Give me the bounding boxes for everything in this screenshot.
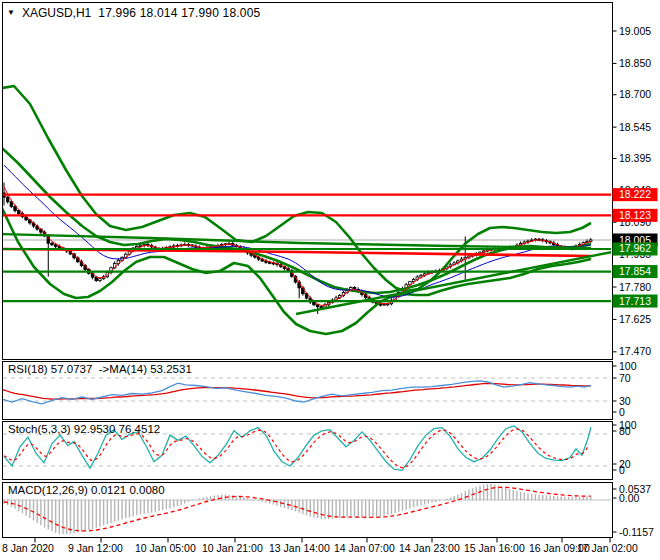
time-label: 10 Jan 05:00	[135, 542, 196, 554]
stoch-scale-label: 80	[619, 425, 631, 437]
price-badge-support: 17.962	[613, 242, 658, 255]
price-label: 18.545	[619, 121, 651, 133]
stoch-scale-label: 0	[619, 464, 625, 476]
time-label: 13 Jan 14:00	[269, 542, 330, 554]
time-label: 14 Jan 23:00	[399, 542, 460, 554]
time-label: 15 Jan 16:00	[464, 542, 525, 554]
svg-text:18.222: 18.222	[619, 188, 651, 200]
time-label: 9 Jan 12:00	[68, 542, 123, 554]
rsi-scale-label: 70	[619, 372, 631, 384]
price-label: 18.395	[619, 152, 651, 164]
macd-header: MACD(12,26,9) 0.0121 0.0080	[8, 484, 165, 496]
rsi-scale-label: 100	[619, 360, 637, 372]
rsi-scale-label: 0	[619, 406, 625, 418]
symbol-label: XAGUSD,H1	[22, 6, 91, 20]
chart-canvas[interactable]: 19.00518.85018.70018.54518.39518.24018.0…	[0, 0, 660, 560]
time-axis[interactable]: 8 Jan 20209 Jan 12:0010 Jan 05:0010 Jan …	[2, 538, 638, 555]
price-label: 17.625	[619, 313, 651, 325]
time-label: 8 Jan 2020	[2, 542, 54, 554]
svg-text:17.854: 17.854	[619, 265, 651, 277]
price-label: 19.005	[619, 25, 651, 37]
price-label: 17.470	[619, 345, 651, 357]
macd-scale-label: -0.1157	[619, 526, 654, 538]
mt4-chart-window: 19.00518.85018.70018.54518.39518.24018.0…	[0, 0, 660, 560]
svg-text:17.962: 17.962	[619, 242, 651, 254]
symbol-dropdown-icon[interactable]: ▼	[7, 8, 15, 18]
price-label: 17.780	[619, 281, 651, 293]
time-label: 14 Jan 07:00	[334, 542, 395, 554]
price-badge-resistance: 18.222	[613, 188, 658, 201]
time-label: 17 Jan 02:00	[577, 542, 638, 554]
ohlc-values: 17.996 18.014 17.990 18.005	[98, 6, 260, 20]
svg-text:18.123: 18.123	[619, 209, 651, 221]
time-label: 10 Jan 21:00	[202, 542, 263, 554]
price-badge-support: 17.713	[613, 295, 658, 308]
svg-text:17.713: 17.713	[619, 295, 651, 307]
price-badge-support: 17.854	[613, 265, 658, 278]
rsi-header: RSI(18) 57.0737 ->MA(14) 53.2531	[8, 363, 192, 375]
main-pane[interactable]	[3, 3, 613, 360]
price-label: 18.700	[619, 88, 651, 100]
price-label: 18.850	[619, 57, 651, 69]
price-badge-resistance: 18.123	[613, 209, 658, 222]
macd-scale-label: 0.00	[619, 492, 640, 504]
chart-title: ▼ XAGUSD,H1 17.996 18.014 17.990 18.005	[7, 6, 261, 20]
stoch-header: Stoch(5,3,3) 92.9530 76.4512	[8, 423, 160, 435]
price-axis[interactable]: 19.00518.85018.70018.54518.39518.24018.0…	[613, 25, 658, 538]
